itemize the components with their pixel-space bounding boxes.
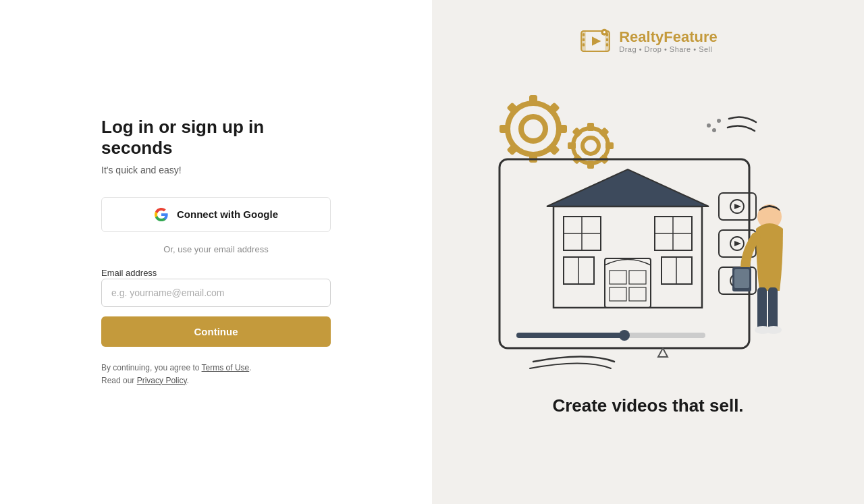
terms-link[interactable]: Terms of Use [202,363,250,372]
legal-line1: By continuing, you agree to [101,363,202,372]
svg-rect-24 [587,123,594,131]
email-label: Email address [101,268,157,278]
svg-rect-19 [506,142,520,156]
svg-point-34 [712,128,716,132]
legal-text: By continuing, you agree to Terms of Use… [101,362,331,387]
privacy-link[interactable]: Privacy Policy [137,376,187,385]
svg-rect-63 [516,333,624,338]
svg-marker-58 [734,241,741,246]
brand-logo-icon [578,24,612,58]
divider-text: Or, use your email address [101,244,331,254]
google-signin-button[interactable]: Connect with Google [101,197,331,232]
svg-point-13 [521,117,545,141]
right-panel: RealtyFeature Drag • Drop • Share • Sell [432,0,864,504]
svg-rect-4 [583,38,585,41]
svg-rect-16 [556,125,567,133]
main-illustration [479,82,817,385]
google-button-label: Connect with Google [177,208,278,220]
svg-rect-31 [572,127,583,138]
brand-name-part2: Feature [664,28,717,45]
svg-rect-18 [547,102,560,115]
brand-tagline: Drag • Drop • Share • Sell [619,45,718,53]
svg-point-11 [603,31,605,33]
continue-button[interactable]: Continue [101,316,331,347]
svg-marker-72 [658,348,668,357]
brand-name-part1: Realty [619,28,664,45]
brand-text: RealtyFeature Drag • Drop • Share • Sell [619,29,718,53]
brand-name: RealtyFeature [619,29,718,45]
svg-rect-46 [629,271,646,284]
legal-line3: Read our [101,376,137,385]
page-title: Log in or sign up in seconds [101,117,331,159]
legal-period2: . [187,376,189,385]
svg-rect-3 [583,33,585,36]
svg-point-23 [583,138,599,154]
bottom-tagline: Create videos that sell. [552,395,743,416]
svg-point-33 [717,119,721,123]
email-input[interactable] [101,279,331,307]
svg-rect-27 [568,142,576,149]
svg-rect-17 [500,125,510,133]
svg-rect-28 [599,127,610,138]
svg-rect-66 [757,287,767,331]
svg-rect-45 [610,271,626,284]
svg-rect-47 [610,287,626,301]
legal-period1: . [249,363,251,372]
svg-rect-71 [734,269,749,288]
svg-rect-44 [605,258,651,308]
svg-marker-36 [547,169,709,206]
svg-rect-21 [506,102,520,115]
svg-marker-9 [592,36,601,45]
left-panel: Log in or sign up in seconds It's quick … [0,0,432,504]
svg-rect-26 [605,142,614,149]
svg-rect-25 [587,161,594,169]
brand-header: RealtyFeature Drag • Drop • Share • Sell [578,24,718,58]
illustration-area [473,78,824,389]
svg-rect-7 [606,38,608,41]
svg-marker-55 [734,204,741,209]
svg-rect-14 [529,95,537,106]
page-subtitle: It's quick and easy! [101,165,331,175]
svg-rect-8 [606,43,608,46]
svg-point-32 [707,123,711,128]
google-icon [154,207,169,222]
svg-point-64 [619,330,630,341]
svg-point-69 [765,326,782,334]
svg-rect-5 [583,43,585,46]
form-container: Log in or sign up in seconds It's quick … [101,117,331,387]
svg-rect-67 [768,287,778,331]
svg-rect-20 [547,142,560,156]
svg-rect-48 [629,287,646,301]
svg-rect-15 [529,152,537,163]
